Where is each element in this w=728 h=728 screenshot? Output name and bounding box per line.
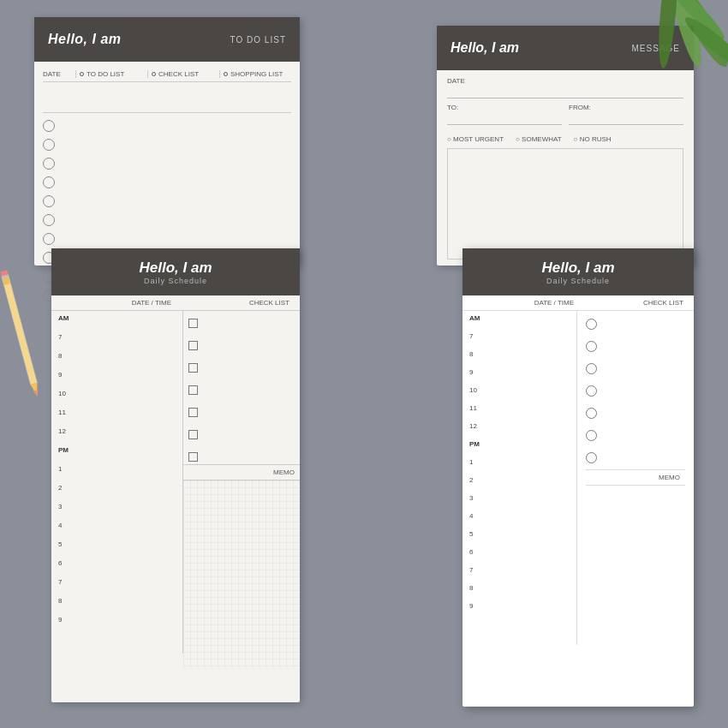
time-2: 2: [58, 484, 176, 503]
todo-subtitle: TO DO LIST: [230, 35, 286, 45]
dr-time-7: 7: [469, 332, 570, 350]
daily-right-content: AM 7 8 9 10 11 12 PM 1 2 3 4 5 6 7 8 9: [462, 311, 694, 645]
card-daily-left: Hello, I am Daily Schedule DATE / TIME C…: [51, 248, 300, 702]
daily-right-header: Hello, I am Daily Schedule: [462, 248, 694, 295]
svg-rect-5: [2, 275, 37, 385]
dr-time-pm: PM: [469, 440, 570, 458]
todo-check-1: [43, 120, 291, 132]
msg-to-label: TO:: [447, 104, 562, 111]
dr-circle-3: [586, 362, 686, 378]
time-5: 5: [58, 540, 176, 559]
daily-right-title: Hello, I am: [541, 260, 614, 277]
todo-columns-header: DATE TO DO LIST CHECK LIST SHOPPING LIST: [43, 67, 291, 82]
daily-right-cols: DATE / TIME CHECK LIST: [462, 295, 694, 311]
sq-check-2: [188, 341, 198, 350]
time-4: 4: [58, 522, 176, 540]
col-shop-label: SHOPPING LIST: [219, 70, 291, 78]
todo-header: Hello, I am TO DO LIST: [34, 17, 300, 62]
dr-time-11: 11: [469, 404, 570, 422]
dr-time-12: 12: [469, 422, 570, 440]
msg-body-area: [447, 148, 683, 260]
todo-check-3: [43, 158, 291, 170]
dr-circle-1: [586, 318, 686, 333]
dr-time-3: 3: [469, 494, 570, 512]
daily-left-time-column: AM 7 8 9 10 11 12 PM 1 2 3 4 5 6 7 8 9: [51, 311, 183, 653]
time-8pm: 8: [58, 597, 176, 616]
daily-right-subtitle: Daily Schedule: [546, 277, 610, 285]
dr-circle-7: [586, 451, 686, 467]
grid-svg: [183, 480, 301, 669]
message-title: Hello, I am: [451, 40, 519, 56]
dr-time-6: 6: [469, 548, 570, 566]
msg-to-section: TO:: [447, 104, 562, 130]
dr-time-2: 2: [469, 476, 570, 494]
dr-time-am: AM: [469, 314, 570, 332]
dr-circle-6: [586, 429, 686, 445]
dr-time-10: 10: [469, 386, 570, 404]
time-9pm: 9: [58, 616, 176, 635]
sq-check-3: [188, 363, 198, 373]
daily-right-memo-label: MEMO: [586, 470, 686, 486]
dr-time-1: 1: [469, 458, 570, 476]
dr-time-8: 8: [469, 350, 570, 368]
time-7: 7: [58, 333, 176, 352]
dr-time-7pm: 7: [469, 566, 570, 584]
daily-right-check-column: MEMO: [577, 311, 695, 645]
col-check-label: CHECK LIST: [147, 70, 219, 78]
daily-left-memo-label: MEMO: [183, 465, 301, 480]
daily-left-subtitle: Daily Schedule: [144, 277, 207, 285]
sq-check-5: [188, 408, 198, 417]
sq-check-7: [188, 452, 198, 462]
dr-time-9pm: 9: [469, 602, 570, 620]
dr-time-8pm: 8: [469, 584, 570, 602]
daily-left-check-column: MEMO: [183, 311, 301, 653]
leaves-decoration: [591, 0, 728, 154]
daily-right-memo-area: [586, 486, 686, 657]
svg-marker-7: [33, 390, 40, 397]
time-8: 8: [58, 352, 176, 371]
col-date-label: DATE: [43, 70, 75, 78]
dr-time-5: 5: [469, 530, 570, 548]
time-pm: PM: [58, 446, 176, 465]
time-1: 1: [58, 465, 176, 484]
dr-circle-5: [586, 407, 686, 422]
time-3: 3: [58, 503, 176, 522]
daily-right-circles: [586, 316, 686, 470]
daily-left-time-col: DATE / TIME: [58, 299, 176, 307]
col-todo-label: TO DO LIST: [75, 70, 147, 78]
sq-check-1: [188, 319, 198, 328]
svg-marker-6: [31, 383, 41, 397]
todo-check-4: [43, 176, 291, 188]
msg-most-urgent: ○ MOST URGENT: [447, 135, 504, 143]
time-12: 12: [58, 427, 176, 446]
daily-right-time-col-label: DATE / TIME: [469, 299, 579, 307]
daily-left-grid: [183, 480, 301, 669]
time-6: 6: [58, 559, 176, 578]
time-11: 11: [58, 409, 176, 427]
dr-circle-2: [586, 340, 686, 355]
card-todo: Hello, I am TO DO LIST DATE TO DO LIST C…: [34, 17, 300, 266]
todo-check-5: [43, 195, 291, 207]
daily-right-check-col-label: CHECK LIST: [579, 299, 687, 307]
todo-title: Hello, I am: [48, 32, 122, 47]
msg-somewhat: ○ SOMEWHAT: [516, 135, 562, 143]
todo-check-2: [43, 139, 291, 151]
daily-right-body: DATE / TIME CHECK LIST AM 7 8 9 10 11 12…: [462, 295, 694, 645]
daily-right-time-column: AM 7 8 9 10 11 12 PM 1 2 3 4 5 6 7 8 9: [462, 311, 577, 645]
daily-left-check-col: CHECK LIST: [176, 299, 293, 307]
sq-check-6: [188, 430, 198, 439]
time-7pm: 7: [58, 578, 176, 597]
daily-left-checkboxes: [183, 311, 301, 465]
daily-left-content: AM 7 8 9 10 11 12 PM 1 2 3 4 5 6 7 8 9: [51, 311, 300, 653]
dr-time-4: 4: [469, 512, 570, 530]
todo-check-7: [43, 233, 291, 245]
time-am: AM: [58, 314, 176, 333]
sq-check-4: [188, 385, 198, 395]
daily-left-title: Hello, I am: [139, 260, 212, 277]
msg-to-line: [447, 113, 562, 125]
todo-check-6: [43, 214, 291, 226]
time-9: 9: [58, 371, 176, 390]
daily-left-cols: DATE / TIME CHECK LIST: [51, 295, 300, 311]
time-10: 10: [58, 390, 176, 409]
daily-left-body: DATE / TIME CHECK LIST AM 7 8 9 10 11 12…: [51, 295, 300, 653]
